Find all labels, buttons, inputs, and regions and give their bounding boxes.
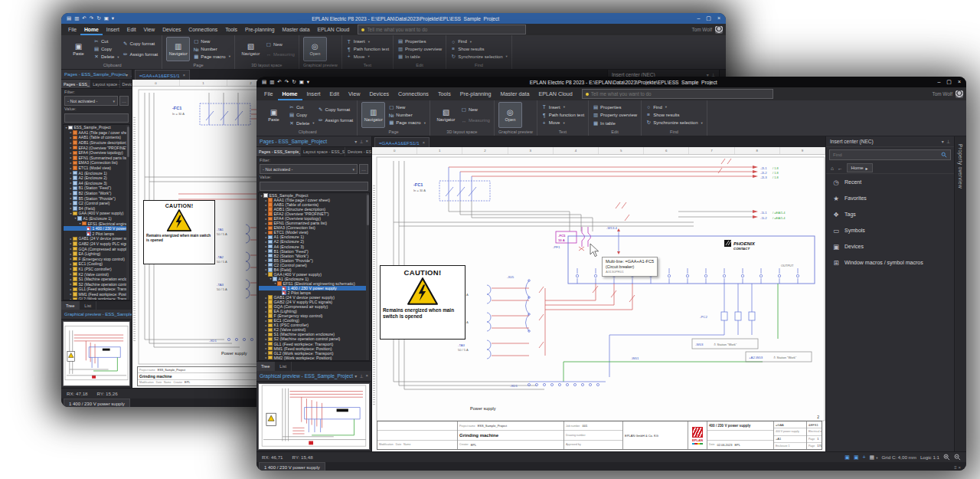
minimize-button[interactable]: – <box>937 79 940 85</box>
paste-button[interactable]: ▣Paste <box>262 102 286 128</box>
qat-icon[interactable]: ▥ <box>270 77 274 87</box>
ribbon-tab[interactable]: Connections <box>394 87 433 100</box>
search-input[interactable] <box>367 27 522 32</box>
pin-icon[interactable]: ⊥ <box>359 373 363 379</box>
tree-item[interactable]: ▸EC1 (Cooling) <box>64 261 129 267</box>
tree-item[interactable]: ▸A4 (Enclosure 3) <box>64 181 129 186</box>
strip-menu-icon[interactable]: ≡ × <box>954 465 964 470</box>
close-button[interactable]: × <box>717 15 720 21</box>
tree-item[interactable]: ▸S2 (Machine operation control panel) <box>64 281 129 287</box>
tree-item[interactable]: ▸GL2 (Work workpiece: Transport) <box>64 297 129 300</box>
delete-button[interactable]: ✕Delete <box>93 54 119 60</box>
tree-item[interactable]: ▾EFS1 (Electrical engineering schematic) <box>64 221 129 226</box>
ribbon-tab[interactable]: EPLAN Cloud <box>534 87 577 100</box>
tree-scrollbar[interactable] <box>366 193 369 360</box>
qat-icon[interactable]: ▾ <box>307 77 309 87</box>
synchronize-selection-button[interactable]: ↻Synchronize selection <box>645 120 703 126</box>
tree-item[interactable]: ▸GAB1 (24 V device power supply) <box>64 236 129 241</box>
tree-item[interactable]: ▸GAB2 (24 V supply PLC signals) <box>64 241 129 247</box>
drawing-canvas[interactable]: -2L1/ 1.8 -2L2/ 1.8 -2L3/ 1.8 -FC1 In = … <box>372 155 825 451</box>
ribbon-tab[interactable]: View <box>140 24 159 35</box>
insert-center-item[interactable]: ⊞Window macros / symbol macros <box>826 254 954 271</box>
close-button[interactable]: × <box>958 79 961 85</box>
page-tab[interactable]: 1 400 / 230 V power supply <box>64 399 130 407</box>
show-results-button[interactable]: ≡Show results <box>645 112 703 117</box>
pin-icon[interactable]: ⊥ <box>359 139 363 144</box>
close-icon[interactable]: × <box>183 73 185 77</box>
tree-scrollbar[interactable] <box>126 125 129 300</box>
tree-item[interactable]: ▾A1 (Enclosure 1) <box>64 216 129 221</box>
breadcrumb[interactable]: Home▸ <box>847 163 873 172</box>
property-overview-strip[interactable]: Property overview <box>954 136 966 451</box>
tree-item[interactable]: ▸F (Emergency stop control) <box>64 256 129 261</box>
move-button[interactable]: +Move <box>541 120 584 126</box>
pin-icon[interactable]: ⊥ <box>946 139 950 144</box>
insert-center-item[interactable]: ◷Recent <box>826 174 954 190</box>
qat-icon[interactable]: ↶ <box>277 77 281 87</box>
tree-item[interactable]: ▸AAA1 (Title page / cover sheet) <box>64 130 129 136</box>
qat-icon[interactable]: ↶ <box>82 13 86 24</box>
qat-icon[interactable]: ↷ <box>90 13 93 24</box>
search-input[interactable] <box>591 91 769 97</box>
properties-button[interactable]: ▤Properties <box>593 104 637 110</box>
tree-item[interactable]: ▸B5 (Station "Provide") <box>64 195 129 201</box>
insert-center-item[interactable]: ★Favorites <box>826 190 954 206</box>
ribbon-tab[interactable]: File <box>64 24 80 35</box>
ribbon-tab[interactable]: Devices <box>364 87 394 100</box>
assign-format-button[interactable]: ✏Assign format <box>122 51 158 57</box>
in-table-button[interactable]: ▦In table <box>593 120 637 126</box>
tree-item[interactable]: 2 Pilot lamps <box>64 231 129 236</box>
qat-icon[interactable]: ↷ <box>285 77 289 87</box>
tree-item[interactable]: ▸B4 (Field) <box>64 206 129 212</box>
qat-icon[interactable]: ▥ <box>74 13 79 24</box>
3d-navigator-button[interactable]: ▧Navigator <box>434 102 458 128</box>
tree-item[interactable]: ▸C2 (Control panel) <box>64 201 129 206</box>
tree-item[interactable]: ▸K2 (Valve control) <box>64 271 129 277</box>
tree-item[interactable]: ▸B2 (Station "Work") <box>64 191 129 196</box>
qat-icon[interactable]: ↻ <box>96 13 100 24</box>
assign-format-button[interactable]: ✏Assign format <box>318 117 354 123</box>
restore-button[interactable]: ▢ <box>706 15 711 21</box>
ribbon-tab[interactable]: Master data <box>279 24 314 35</box>
page-navigator-button[interactable]: ▥Navigator <box>166 37 190 61</box>
document-tab[interactable]: =GAA+A1&EFS1/1× <box>374 137 430 147</box>
text-insert-button[interactable]: TInsert <box>346 39 389 44</box>
page-new-button[interactable]: ▢New <box>388 104 426 110</box>
crosshair-icon[interactable]: + <box>863 454 866 460</box>
text-insert-button[interactable]: TInsert <box>541 104 584 110</box>
panel-tab[interactable]: Devices - ESS_Sample_... <box>345 147 371 156</box>
pin-icon[interactable]: ⊥ <box>130 72 132 77</box>
dropdown-icon[interactable]: ▾ <box>942 139 944 144</box>
zoom-out-icon[interactable] <box>954 454 961 461</box>
user-badge[interactable]: Tom Wolf <box>691 24 723 35</box>
show-results-button[interactable]: ≡Show results <box>450 46 508 51</box>
synchronize-selection-button[interactable]: ↻Synchronize selection <box>450 54 508 60</box>
ribbon-tab[interactable]: Home <box>278 87 302 100</box>
copy-button[interactable]: ▤Copy <box>289 112 315 118</box>
close-icon[interactable]: × <box>365 373 368 379</box>
qat-icon[interactable]: ↻ <box>292 77 296 87</box>
page-macro-button[interactable]: ▦Page macro <box>193 54 230 60</box>
ribbon-tab[interactable]: Devices <box>158 24 185 35</box>
open-preview-button[interactable]: ◎Open <box>498 102 522 128</box>
open-preview-button[interactable]: ◎Open <box>303 37 327 61</box>
filter-select[interactable]: - Not activated -▾ <box>260 164 358 174</box>
in-table-button[interactable]: ▦In table <box>397 54 442 60</box>
preview-thumbnail[interactable] <box>258 383 370 450</box>
filter-more-button[interactable]: … <box>119 96 129 106</box>
tree-list-tab[interactable]: Tree <box>256 362 275 371</box>
ribbon-tab[interactable]: File <box>260 87 278 100</box>
document-tab[interactable]: =GAA+A1&EFS1/1× <box>135 70 190 80</box>
page-number-button[interactable]: №Number <box>388 113 426 118</box>
panel-tab[interactable]: Devices - ESS_Sample_... <box>120 80 132 88</box>
ribbon-tab[interactable]: Tools <box>433 87 456 100</box>
cut-button[interactable]: ✂Cut <box>289 104 315 110</box>
tree-list-tab[interactable]: List <box>275 362 292 371</box>
ribbon-tab[interactable]: Connections <box>185 24 221 35</box>
tree-item[interactable]: ▸A2 (Enclosure 2) <box>64 176 129 181</box>
tree-item[interactable]: ▾GAA (400 V power supply) <box>64 211 129 216</box>
ribbon-tab[interactable]: EPLAN Cloud <box>313 24 353 35</box>
back-icon[interactable]: ← <box>838 166 843 171</box>
dropdown-icon[interactable]: ▾ <box>126 72 128 77</box>
tree-item[interactable]: 1 400 / 230 V power supply <box>64 226 129 231</box>
